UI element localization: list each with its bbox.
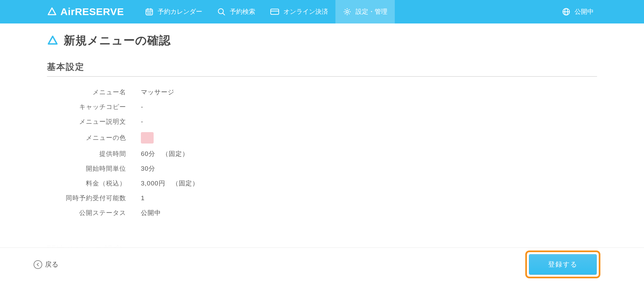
calendar-icon [145, 7, 154, 16]
submit-highlight-frame: 登録する [525, 250, 600, 278]
nav-items: 予約カレンダー 予約検索 オンライン決済 設定・管理 [138, 0, 395, 23]
label-description: メニュー説明文 [47, 117, 141, 126]
basic-settings-rows: メニュー名 マッサージ キャッチコピー - メニュー説明文 - メニューの色 提… [47, 85, 597, 220]
footer-bar: 戻る 登録する [0, 247, 644, 281]
svg-rect-12 [271, 9, 279, 14]
nav-item-payment[interactable]: オンライン決済 [263, 0, 335, 23]
nav-item-settings[interactable]: 設定・管理 [335, 0, 395, 23]
label-price: 料金（税込） [47, 179, 141, 188]
value-publish-status: 公開中 [141, 209, 161, 217]
nav-label: 予約カレンダー [158, 7, 202, 16]
submit-button-label: 登録する [548, 261, 578, 268]
value-duration: 60分 （固定） [141, 150, 189, 158]
svg-line-11 [223, 13, 225, 15]
row-menu-name: メニュー名 マッサージ [47, 85, 597, 100]
value-description: - [141, 118, 143, 125]
svg-point-14 [346, 11, 348, 13]
back-button[interactable]: 戻る [34, 260, 58, 269]
label-catch-copy: キャッチコピー [47, 103, 141, 111]
row-description: メニュー説明文 - [47, 114, 597, 129]
submit-button[interactable]: 登録する [529, 254, 597, 275]
color-swatch [141, 132, 154, 144]
nav-label: 設定・管理 [356, 7, 387, 16]
svg-point-5 [149, 12, 149, 13]
row-price: 料金（税込） 3,000円 （固定） [47, 176, 597, 191]
value-menu-name: マッサージ [141, 88, 174, 97]
brand-logo-icon [47, 7, 57, 17]
brand[interactable]: AirRESERVE [0, 6, 138, 17]
value-catch-copy: - [141, 103, 143, 111]
search-icon [217, 7, 226, 16]
label-menu-name: メニュー名 [47, 88, 141, 97]
back-button-label: 戻る [45, 260, 58, 269]
label-concurrent: 同時予約受付可能数 [47, 194, 141, 203]
row-catch-copy: キャッチコピー - [47, 100, 597, 114]
label-duration: 提供時間 [47, 150, 141, 158]
value-start-unit: 30分 [141, 164, 155, 173]
gear-icon [343, 7, 352, 16]
row-publish-status: 公開ステータス 公開中 [47, 206, 597, 220]
publish-status[interactable]: 公開中 [562, 7, 644, 16]
row-concurrent: 同時予約受付可能数 1 [47, 191, 597, 206]
value-color [141, 132, 154, 144]
nav-label: オンライン決済 [283, 7, 328, 16]
nav-label: 予約検索 [230, 7, 255, 16]
row-start-unit: 開始時間単位 30分 [47, 161, 597, 176]
row-color: メニューの色 [47, 129, 597, 147]
page-title-icon [47, 35, 58, 46]
back-arrow-icon [34, 260, 42, 269]
label-publish-status: 公開ステータス [47, 209, 141, 217]
section-heading-basic: 基本設定 [47, 61, 597, 77]
svg-point-7 [148, 13, 148, 14]
page-title: 新規メニューの確認 [47, 33, 597, 48]
brand-name: AirRESERVE [60, 6, 124, 17]
label-color: メニューの色 [47, 133, 141, 142]
value-price: 3,000円 （固定） [141, 179, 199, 188]
svg-point-4 [148, 12, 148, 13]
page-content: 新規メニューの確認 基本設定 メニュー名 マッサージ キャッチコピー - メニュ… [0, 23, 644, 259]
nav-item-search[interactable]: 予約検索 [210, 0, 263, 23]
svg-point-6 [150, 12, 151, 13]
card-icon [270, 8, 279, 15]
globe-icon [562, 7, 571, 16]
top-nav: AirRESERVE 予約カレンダー 予約検索 オンライン決済 設定・管理 [0, 0, 644, 23]
label-start-unit: 開始時間単位 [47, 164, 141, 173]
publish-status-label: 公開中 [575, 7, 594, 16]
nav-item-calendar[interactable]: 予約カレンダー [138, 0, 210, 23]
row-duration: 提供時間 60分 （固定） [47, 147, 597, 161]
page-title-text: 新規メニューの確認 [64, 33, 171, 48]
value-concurrent: 1 [141, 194, 145, 202]
svg-point-9 [150, 13, 151, 14]
svg-point-8 [149, 13, 149, 14]
